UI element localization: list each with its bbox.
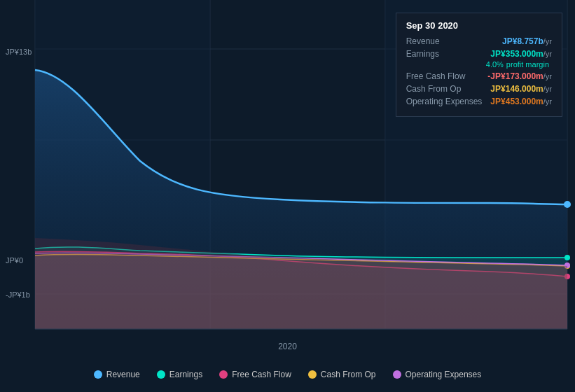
x-axis-label: 2020 bbox=[0, 342, 575, 351]
tooltip-opex-value: JP¥453.000m/yr bbox=[490, 97, 552, 106]
y-label-neg1b: -JP¥1b bbox=[6, 290, 30, 299]
legend-dot-cash-from-op bbox=[308, 370, 317, 379]
legend-dot-free-cash-flow bbox=[219, 370, 228, 379]
legend-label-earnings: Earnings bbox=[169, 370, 202, 379]
tooltip-revenue-value: JP¥8.757b/yr bbox=[502, 36, 552, 46]
tooltip-card: Sep 30 2020 Revenue JP¥8.757b/yr Earning… bbox=[396, 13, 562, 117]
tooltip-fcf-value: -JP¥173.000m/yr bbox=[487, 71, 552, 81]
svg-point-13 bbox=[564, 255, 570, 260]
tooltip-date: Sep 30 2020 bbox=[406, 20, 552, 31]
svg-point-12 bbox=[564, 201, 571, 208]
legend-label-free-cash-flow: Free Cash Flow bbox=[232, 370, 291, 379]
tooltip-cashop-value: JP¥146.000m/yr bbox=[490, 84, 552, 94]
legend-dot-revenue bbox=[94, 370, 102, 379]
legend-item-free-cash-flow[interactable]: Free Cash Flow bbox=[219, 370, 291, 379]
legend-label-cash-from-op: Cash From Op bbox=[321, 370, 376, 379]
tooltip-cashop-label: Cash From Op bbox=[406, 84, 462, 94]
legend-dot-operating-expenses bbox=[393, 370, 401, 379]
tooltip-revenue-row: Revenue JP¥8.757b/yr bbox=[406, 36, 552, 46]
tooltip-opex-label: Operating Expenses bbox=[406, 97, 483, 106]
tooltip-opex-row: Operating Expenses JP¥453.000m/yr bbox=[406, 97, 552, 106]
legend-dot-earnings bbox=[157, 370, 165, 379]
chart-legend: RevenueEarningsFree Cash FlowCash From O… bbox=[0, 357, 575, 392]
legend-label-operating-expenses: Operating Expenses bbox=[406, 370, 482, 379]
tooltip-revenue-label: Revenue bbox=[406, 36, 440, 46]
y-label-0: JP¥0 bbox=[6, 256, 23, 265]
legend-item-revenue[interactable]: Revenue bbox=[94, 370, 140, 379]
tooltip-earnings-row: Earnings JP¥353.000m/yr bbox=[406, 49, 552, 59]
tooltip-earnings-value: JP¥353.000m/yr bbox=[490, 49, 552, 59]
legend-item-operating-expenses[interactable]: Operating Expenses bbox=[393, 370, 482, 379]
legend-item-earnings[interactable]: Earnings bbox=[157, 370, 202, 379]
y-label-13b: JP¥13b bbox=[6, 48, 32, 56]
legend-label-revenue: Revenue bbox=[106, 370, 140, 379]
profit-margin-value: 4.0% bbox=[486, 60, 504, 69]
tooltip-earnings-label: Earnings bbox=[406, 49, 439, 59]
legend-item-cash-from-op[interactable]: Cash From Op bbox=[308, 370, 376, 379]
profit-margin-text: profit margin bbox=[506, 60, 549, 69]
tooltip-fcf-label: Free Cash Flow bbox=[406, 71, 466, 81]
tooltip-cashop-row: Cash From Op JP¥146.000m/yr bbox=[406, 84, 552, 94]
tooltip-fcf-row: Free Cash Flow -JP¥173.000m/yr bbox=[406, 71, 552, 81]
profit-margin-row: 4.0% profit margin bbox=[406, 60, 552, 69]
